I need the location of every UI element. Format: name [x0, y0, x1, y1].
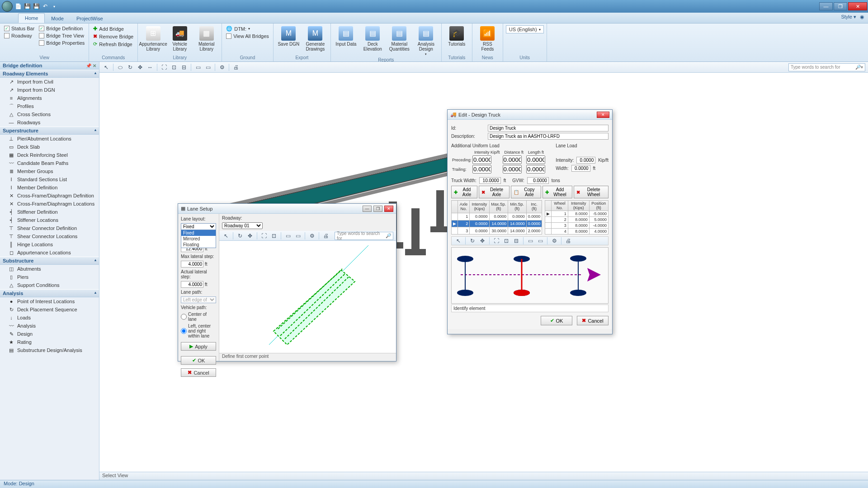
lane-v1-icon[interactable]: ▭	[284, 232, 292, 240]
btn-analysis-design[interactable]: ▤Analysis Design▾	[414, 25, 439, 57]
truck-zoom-icon[interactable]: ⊡	[502, 237, 510, 245]
chk-view-all-bridges[interactable]: View All Bridges	[225, 33, 270, 39]
sidebar-item[interactable]: ▦Deck Reinforcing Steel	[0, 151, 99, 159]
max-lateral-input[interactable]	[181, 261, 203, 267]
measure-icon[interactable]: ↔	[146, 63, 154, 71]
search-icon[interactable]: 🔎▾	[855, 65, 863, 70]
trail-length-input[interactable]	[526, 165, 545, 174]
chk-tree-view[interactable]: Bridge Tree View	[38, 33, 86, 39]
prec-dist-input[interactable]	[503, 155, 522, 164]
truck-fit-icon[interactable]: ⛶	[492, 237, 500, 245]
btn-save-dgn[interactable]: MSave DGN	[276, 25, 301, 47]
sidebar-item[interactable]: ║Hinge Locations	[0, 240, 99, 249]
truck-close-button[interactable]: ✕	[597, 112, 609, 118]
lane-ok-button[interactable]: ✔OK	[181, 356, 216, 365]
id-input[interactable]	[488, 125, 609, 131]
truck-pan-icon[interactable]: ✥	[478, 237, 486, 245]
lane-print-icon[interactable]: 🖨	[322, 232, 330, 240]
gvw-input[interactable]	[527, 177, 549, 184]
truck-v1-icon[interactable]: ▭	[526, 237, 534, 245]
truck-gear-icon[interactable]: ⚙	[550, 237, 558, 245]
lane-pan-icon[interactable]: ✥	[246, 232, 254, 240]
btn-appurt-library[interactable]: ⊞Appurtenance Library	[141, 25, 165, 52]
arrow-icon[interactable]: ↖	[102, 63, 110, 71]
lane-zoom-icon[interactable]: ⊡	[270, 232, 278, 240]
units-dropdown[interactable]: US (English) ▾	[506, 25, 544, 33]
sidebar-item[interactable]: ≡Alignments	[0, 94, 99, 102]
sidebar-item[interactable]: ▯Piers	[0, 273, 99, 281]
prec-length-input[interactable]	[526, 155, 545, 164]
vp-left-radio[interactable]: Left, center and right within lane	[181, 324, 216, 338]
add-wheel-button[interactable]: ✚Add Wheel	[542, 186, 573, 198]
trail-intensity-input[interactable]	[472, 165, 491, 174]
sidebar-item[interactable]: △Support Conditions	[0, 281, 99, 289]
sidebar-item[interactable]: ●Point of Interest Locations	[0, 297, 99, 305]
dtm-dropdown[interactable]: 🌐DTM: ▾	[225, 25, 270, 32]
delete-wheel-button[interactable]: ✖Delete Wheel	[574, 186, 609, 198]
search-input[interactable]: Type words to search for 🔎▾	[788, 63, 865, 71]
lane-option-mirrored[interactable]: Mirrored	[181, 236, 216, 242]
btn-deck-elevation[interactable]: ▤Deck Elevation	[360, 25, 385, 52]
sidebar-group-header[interactable]: Substructure▴	[0, 257, 99, 265]
lane-layout-select[interactable]: Fixed	[181, 223, 216, 230]
view2-icon[interactable]: ▭	[204, 63, 212, 71]
lane-option-floating[interactable]: Floating	[181, 242, 216, 248]
sidebar-item[interactable]: IMember Definition	[0, 183, 99, 192]
style-dropdown[interactable]: Style ▾	[841, 14, 856, 20]
trail-dist-input[interactable]	[503, 165, 522, 174]
truck-v2-icon[interactable]: ▭	[536, 237, 544, 245]
lane-close-button[interactable]: ✕	[384, 206, 393, 212]
prec-intensity-input[interactable]	[472, 155, 491, 164]
btn-rss[interactable]: 📶RSS Feeds	[475, 25, 500, 52]
sidebar-item[interactable]: ⊤Shear Connector Definition	[0, 224, 99, 232]
lane-option-fixed[interactable]: Fixed	[181, 230, 216, 236]
btn-material-quantities[interactable]: ▤Material Quantities	[387, 25, 412, 52]
minimize-button[interactable]: —	[819, 2, 833, 10]
maximize-button[interactable]: ❐	[834, 2, 847, 10]
copy-axle-button[interactable]: 📋Copy Axle	[511, 186, 541, 198]
btn-gen-drawings[interactable]: MGenerate Drawings	[303, 25, 328, 52]
truck-ok-button[interactable]: ✔OK	[541, 316, 572, 325]
btn-vehicle-library[interactable]: 🚚Vehicle Library	[167, 25, 192, 52]
globe-icon[interactable]: ⬭	[116, 63, 124, 71]
roadway-select[interactable]: Roadway 01	[222, 222, 263, 229]
sidebar-item[interactable]: —Roadways	[0, 118, 99, 127]
panel-close-icon[interactable]: ✕	[93, 63, 96, 68]
desc-input[interactable]	[488, 133, 609, 140]
close-button[interactable]: ✕	[848, 2, 867, 10]
sidebar-item[interactable]: 〰Candidate Beam Paths	[0, 159, 99, 167]
sidebar-item[interactable]: ┥Stiffener Definition	[0, 208, 99, 216]
sidebar-item[interactable]: ↗Import from Civil	[0, 78, 99, 86]
qat-save-icon[interactable]: 💾	[24, 3, 31, 10]
lane-intensity-input[interactable]	[576, 157, 595, 164]
apply-button[interactable]: ▶Apply	[181, 342, 216, 351]
lane-gear-icon[interactable]: ⚙	[308, 232, 316, 240]
sidebar-item[interactable]: ≣Member Groups	[0, 167, 99, 175]
sidebar-item[interactable]: ▭Deck Slab	[0, 143, 99, 151]
sidebar-item[interactable]: ✎Design	[0, 330, 99, 338]
vp-center-radio[interactable]: Center of lane	[181, 312, 216, 322]
btn-remove-bridge[interactable]: ✖Remove Bridge	[92, 33, 135, 40]
qat-undo-icon[interactable]: ↶	[42, 3, 49, 10]
truck-print-icon[interactable]: 🖨	[564, 237, 572, 245]
btn-material-library[interactable]: ▦Material Library	[194, 25, 219, 52]
sidebar-group-header[interactable]: Superstructure▴	[0, 127, 99, 135]
lane-width-input[interactable]	[571, 165, 590, 172]
lane-fit-icon[interactable]: ⛶	[260, 232, 268, 240]
lane-path-select[interactable]: Left edge of deck	[181, 296, 216, 303]
wheel-table[interactable]: Wheel No.Intensity (Kips)Position (ft) ▶…	[545, 200, 609, 235]
pin-icon[interactable]: 📌	[86, 63, 91, 68]
lane-min-button[interactable]: —	[363, 206, 372, 212]
print-icon[interactable]: 🖨	[232, 63, 240, 71]
lane-cancel-button[interactable]: ✖Cancel	[181, 368, 216, 377]
sidebar-item[interactable]: ↓Loads	[0, 314, 99, 322]
sidebar-item[interactable]: △Cross Sections	[0, 110, 99, 118]
tab-home[interactable]: Home	[18, 13, 45, 23]
qat-saveall-icon[interactable]: 💾	[33, 3, 40, 10]
zoom-out-icon[interactable]: ⊟	[180, 63, 188, 71]
tab-projectwise[interactable]: ProjectWise	[70, 14, 109, 23]
sidebar-item[interactable]: ◻Appurtenance Locations	[0, 249, 99, 257]
btn-refresh-bridge[interactable]: ⟳Refresh Bridge	[92, 41, 135, 47]
truck-arrow-icon[interactable]: ↖	[454, 237, 462, 245]
sidebar-item[interactable]: 〰Analysis	[0, 322, 99, 330]
